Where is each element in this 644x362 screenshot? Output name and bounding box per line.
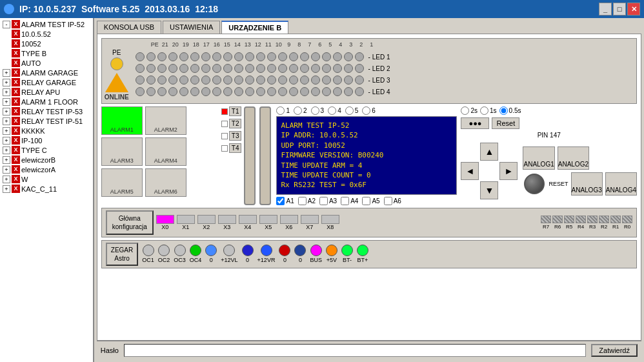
tree-child-2[interactable]: X 10052 — [10, 39, 92, 48]
num-19: 19 — [181, 41, 191, 48]
tree-item-typec[interactable]: + X TYPE C — [1, 145, 92, 155]
alarm-box-3[interactable]: ALARM3 — [101, 137, 143, 166]
expand-icon[interactable]: + — [3, 146, 10, 154]
tree-item-alarm-garage[interactable]: + X ALARM GARAGE — [1, 68, 92, 77]
t4-button[interactable]: T4 — [229, 143, 242, 153]
dpad-right[interactable]: ► — [499, 162, 518, 180]
radio-05s[interactable]: 0.5s — [499, 106, 521, 115]
tree-item-relay-garage[interactable]: + X RELAY GARAGE — [1, 77, 92, 87]
tree-item-relay-apu[interactable]: + X RELAY APU — [1, 87, 92, 97]
num-17: 17 — [201, 41, 212, 48]
expand-icon[interactable]: + — [3, 176, 10, 183]
radio-2[interactable]: 2 — [294, 106, 307, 115]
alarm-box-5[interactable]: ALARM5 — [101, 168, 143, 197]
tree-item-alarm-1floor[interactable]: + X ALARM 1 FLOOR — [1, 97, 92, 106]
led — [256, 64, 265, 73]
close-button[interactable]: ✕ — [627, 3, 640, 15]
expand-icon[interactable]: + — [3, 69, 10, 77]
p5v-col: +5V — [326, 245, 337, 263]
led — [256, 87, 265, 96]
reset-knob[interactable] — [524, 174, 545, 194]
p5v-circle — [326, 245, 337, 256]
tab-ustawienia[interactable]: USTAWIENIA — [163, 21, 220, 34]
checkbox-a4[interactable]: A4 — [341, 197, 358, 205]
expand-icon[interactable]: + — [3, 88, 10, 96]
minimize-button[interactable]: _ — [599, 3, 612, 15]
password-input[interactable] — [124, 344, 586, 357]
led — [234, 52, 243, 61]
radio-3[interactable]: 3 — [311, 106, 325, 115]
led — [267, 87, 276, 96]
main-container: - X ALARM TEST IP-52 X 10.0.5.52 X 10052… — [0, 18, 644, 362]
radio-4[interactable]: 4 — [328, 106, 341, 115]
checkbox-a3[interactable]: A3 — [319, 197, 337, 205]
analog-reset-section: ANALOG1 ANALOG2 RESET — [523, 146, 637, 196]
checkbox-a6[interactable]: A6 — [384, 197, 401, 205]
alarm-box-4[interactable]: ALARM4 — [145, 137, 186, 166]
expand-icon[interactable]: + — [3, 79, 10, 86]
tree-item-label: RELAY GARAGE — [21, 79, 76, 86]
expand-icon[interactable]: + — [3, 98, 10, 106]
oc2-circle — [158, 245, 170, 256]
checkbox-a1[interactable]: A1 — [276, 197, 294, 205]
tree-item-label: ALARM GARAGE — [21, 69, 78, 77]
alarm-box-2[interactable]: ALARM2 — [145, 106, 186, 135]
t2-button[interactable]: T2 — [229, 119, 242, 128]
radio-1s[interactable]: 1s — [480, 106, 497, 115]
btm-circle — [341, 245, 353, 256]
led — [322, 64, 331, 73]
radio-5[interactable]: 5 — [345, 106, 359, 115]
expand-icon[interactable]: + — [3, 117, 10, 125]
expand-icon[interactable]: + — [3, 185, 10, 193]
tree-child-3[interactable]: X TYPE B — [10, 48, 92, 58]
tree-child-1[interactable]: X 10.0.5.52 — [10, 29, 92, 39]
expand-icon[interactable]: + — [3, 108, 10, 116]
led — [136, 64, 145, 73]
alarm-box-6[interactable]: ALARM6 — [145, 168, 186, 197]
r7-indicator — [541, 216, 551, 223]
radio-6[interactable]: 6 — [362, 106, 376, 115]
expand-icon[interactable]: + — [3, 166, 10, 174]
expand-icon[interactable]: + — [3, 127, 10, 135]
t3-button[interactable]: T3 — [229, 131, 242, 141]
expand-icon[interactable]: - — [3, 21, 10, 28]
x6-label: X6 — [285, 224, 292, 230]
tree-item-elewiczorb[interactable]: + X elewiczorB — [1, 155, 92, 165]
zegar-button[interactable]: ZEGAR Astro — [106, 243, 138, 266]
maximize-button[interactable]: □ — [613, 3, 626, 15]
tree-child-4[interactable]: X AUTO — [10, 58, 92, 68]
tree-item-w[interactable]: + X W — [1, 174, 92, 184]
dpad-left[interactable]: ◄ — [461, 162, 479, 180]
tab-urzadzenie-b[interactable]: URZĄDZENIE B — [221, 21, 288, 34]
reset-button[interactable]: Reset — [492, 117, 519, 129]
radio-2s[interactable]: 2s — [461, 106, 478, 115]
tree-item-kkkkk[interactable]: + X KKKKK — [1, 126, 92, 136]
zatwierdz-button[interactable]: Zatwierdź — [591, 344, 638, 357]
tree-item-ip100[interactable]: + X IP-100 — [1, 136, 92, 145]
led — [289, 87, 298, 96]
t1-button[interactable]: T1 — [229, 106, 242, 116]
x1-label: X1 — [182, 224, 189, 230]
tree-item-elewiczora[interactable]: + X elewiczorA — [1, 165, 92, 174]
tree-item-relay-test-51[interactable]: + X RELAY TEST IP-51 — [1, 116, 92, 126]
radio-1[interactable]: 1 — [276, 106, 290, 115]
dpad-down[interactable]: ▼ — [480, 181, 498, 199]
alarm-box-1[interactable]: ALARM1 — [101, 106, 143, 135]
x4-label: X4 — [244, 224, 251, 230]
led — [300, 75, 309, 85]
led — [322, 87, 331, 96]
expand-icon[interactable]: + — [3, 156, 10, 164]
oc3-circle — [174, 245, 186, 256]
tab-konsola-usb[interactable]: KONSOLA USB — [97, 21, 161, 34]
tree-item-relay-test-53[interactable]: + X RELAY TEST IP-53 — [1, 106, 92, 116]
led — [245, 64, 254, 73]
led — [344, 87, 353, 96]
tree-root[interactable]: - X ALARM TEST IP-52 — [1, 19, 92, 29]
dpad-up[interactable]: ▲ — [480, 143, 498, 161]
config-button[interactable]: Główna konfiguracja — [106, 210, 154, 235]
tree-item-kac[interactable]: + X KAC_C_11 — [1, 184, 92, 194]
expand-icon[interactable]: + — [3, 137, 10, 145]
checkbox-a2[interactable]: A2 — [298, 197, 316, 205]
display-line-6: TIME UPDATE COUNT = 0 — [281, 170, 452, 180]
checkbox-a5[interactable]: A5 — [362, 197, 379, 205]
